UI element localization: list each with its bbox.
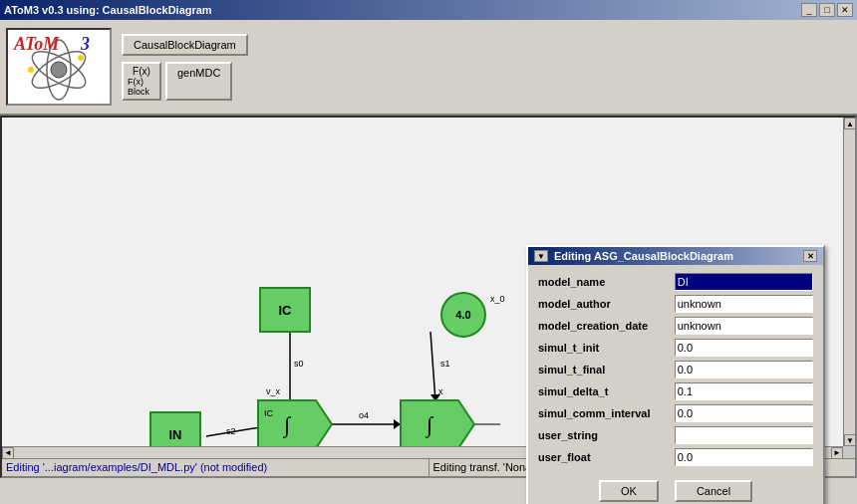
svg-text:AToM: AToM [13,34,60,54]
prop-value-model_name[interactable] [671,271,817,293]
cancel-button[interactable]: Cancel [675,480,752,502]
prop-value-user_float[interactable] [671,446,817,468]
integrator1-svg: IC ∫ [256,398,334,446]
in-label: IN [169,427,182,442]
atom3-logo: AToM 3 [6,28,112,106]
svg-point-1 [51,62,67,78]
main-area: o4 s0 s1 x_0 s2 IN IC [0,116,857,478]
svg-text:x_0: x_0 [490,294,505,304]
integrator2[interactable]: x ∫ [399,398,476,446]
in-block[interactable]: IN [149,411,201,446]
toolbar-row2: F(x) F(x) Block genMDC [122,62,248,101]
dialog-content: model_namemodel_authormodel_creation_dat… [528,265,823,504]
svg-marker-26 [401,400,474,446]
properties-table: model_namemodel_authormodel_creation_dat… [534,271,817,468]
svg-point-6 [78,55,84,61]
scroll-left-button[interactable]: ◄ [2,447,14,459]
scroll-right-button[interactable]: ► [831,447,843,459]
prop-label-user_string: user_string [534,424,671,446]
status-left: Editing '...iagram/examples/DI_MDL.py' (… [2,459,429,476]
ok-button[interactable]: OK [599,480,659,502]
dialog-buttons: OK Cancel [534,476,817,504]
prop-row-model_name: model_name [534,271,817,293]
prop-value-simul_t_final[interactable] [671,359,817,380]
svg-marker-23 [258,400,332,446]
ic-block[interactable]: IC [259,287,311,333]
logo-svg: AToM 3 [9,32,109,102]
dialog-title: Editing ASG_CausalBlockDiagram [554,250,733,262]
block-tool-button[interactable]: F(x) F(x) Block [122,62,161,101]
prop-row-simul_delta_t: simul_delta_t [534,380,817,402]
prop-input-user_string[interactable] [675,426,813,444]
x-label: x [438,386,443,396]
vertical-scrollbar[interactable]: ▲ ▼ [843,118,855,446]
prop-row-model_creation_date: model_creation_date [534,315,817,337]
prop-value-simul_comm_interval[interactable] [671,402,817,424]
dialog-collapse-button[interactable]: ▼ [534,250,548,262]
prop-row-simul_comm_interval: simul_comm_interval [534,402,817,424]
prop-value-model_author[interactable] [671,293,817,315]
v-x-label: v_x [266,386,280,396]
prop-row-simul_t_init: simul_t_init [534,337,817,359]
prop-row-simul_t_final: simul_t_final [534,359,817,380]
ic-label: IC [279,303,292,318]
svg-text:IC: IC [264,408,274,418]
svg-line-17 [430,332,435,401]
svg-point-5 [28,67,34,73]
prop-label-simul_t_final: simul_t_final [534,359,671,380]
block-label: F(x) Block [128,77,155,97]
svg-text:o4: o4 [359,410,369,420]
svg-text:s2: s2 [226,426,236,436]
scroll-down-button[interactable]: ▼ [844,434,856,446]
prop-input-simul_delta_t[interactable] [675,382,813,400]
prop-label-model_creation_date: model_creation_date [534,315,671,337]
prop-value-model_creation_date[interactable] [671,315,817,337]
toolbar-row1: CausalBlockDiagram [122,34,248,56]
prop-input-simul_comm_interval[interactable] [675,404,813,422]
prop-input-model_author[interactable] [675,295,813,313]
svg-text:s1: s1 [440,359,450,369]
window-controls: _ □ ✕ [801,3,853,17]
toolbar-container: CausalBlockDiagram F(x) F(x) Block genMD… [122,34,248,101]
prop-input-simul_t_init[interactable] [675,339,813,357]
prop-input-model_creation_date[interactable] [675,317,813,335]
minimize-button[interactable]: _ [801,3,817,17]
close-button[interactable]: ✕ [837,3,853,17]
fx-icon: F(x) [133,66,150,77]
title-bar: AToM3 v0.3 using: CausalBlockDiagram _ □… [0,0,857,20]
prop-label-simul_delta_t: simul_delta_t [534,380,671,402]
dialog-close-button[interactable]: ✕ [803,250,817,262]
prop-label-model_name: model_name [534,271,671,293]
integrator2-svg: ∫ [399,398,476,446]
prop-value-simul_delta_t[interactable] [671,380,817,402]
prop-label-user_float: user_float [534,446,671,468]
prop-row-user_float: user_float [534,446,817,468]
prop-label-simul_comm_interval: simul_comm_interval [534,402,671,424]
prop-input-user_float[interactable] [675,448,813,466]
prop-value-user_string[interactable] [671,424,817,446]
editing-dialog: ▼ Editing ASG_CausalBlockDiagram ✕ model… [526,245,825,504]
dialog-titlebar: ▼ Editing ASG_CausalBlockDiagram ✕ [528,247,823,265]
prop-input-model_name[interactable] [675,273,813,291]
svg-text:3: 3 [80,34,90,54]
prop-label-simul_t_init: simul_t_init [534,337,671,359]
causal-block-diagram-tab[interactable]: CausalBlockDiagram [122,34,248,56]
window-title: AToM3 v0.3 using: CausalBlockDiagram [4,4,212,16]
prop-row-model_author: model_author [534,293,817,315]
prop-input-simul_t_final[interactable] [675,361,813,378]
prop-label-model_author: model_author [534,293,671,315]
scroll-up-button[interactable]: ▲ [844,118,856,129]
circle-value: 4.0 [455,309,470,321]
top-toolbar: AToM 3 CausalBlockDiagram F(x) F(x) Bloc… [0,20,857,116]
svg-text:s0: s0 [294,359,304,369]
prop-row-user_string: user_string [534,424,817,446]
genmdc-button[interactable]: genMDC [165,62,232,101]
integrator1[interactable]: v_x IC ∫ [256,398,334,446]
circle-node[interactable]: 4.0 [440,292,486,338]
prop-value-simul_t_init[interactable] [671,337,817,359]
maximize-button[interactable]: □ [819,3,835,17]
